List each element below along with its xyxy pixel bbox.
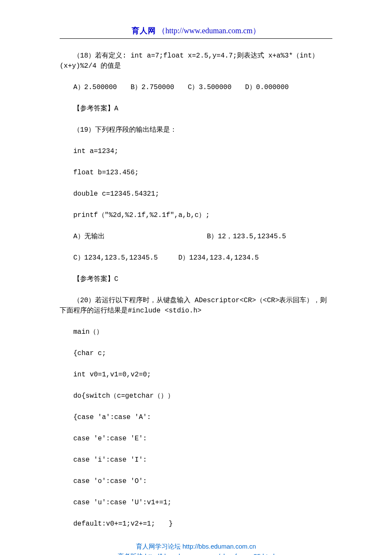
code-line-case-e: case ′e′:case ′E′:	[60, 434, 332, 444]
question-19-options-ab: A）无输出 B）12，123.5,12345.5	[60, 231, 332, 242]
code-line-default: default:v0+=1;v2+=1; }	[60, 519, 332, 529]
footer-forum-link: 育人网学习论坛 http://bbs.eduman.com.cn	[60, 542, 332, 552]
header-site-name: 育人网	[132, 26, 156, 35]
question-20: （20）若运行以下程序时，从键盘输入 ADescriptor<CR>（<CR>表…	[60, 295, 332, 316]
code-line-do-switch: do{switch（c=getchar（））	[60, 391, 332, 401]
code-line-char-c: {char c;	[60, 348, 332, 358]
question-19-answer: 【参考答案】C	[60, 274, 332, 284]
footer-section-link: 高考版块 http://bbs.eduman.com.cn/showforum-…	[60, 552, 332, 555]
question-18-answer: 【参考答案】A	[60, 104, 332, 114]
code-line-int-v: int v0=1,v1=0,v2=0;	[60, 370, 332, 380]
question-18-options: A）2.500000 B）2.750000 C）3.500000 D）0.000…	[60, 82, 332, 92]
question-19: （19）下列程序段的输出结果是：	[60, 125, 332, 135]
code-line-case-o: case ′o′:case ′O′:	[60, 476, 332, 486]
question-19-options-cd: C）1234,123.5,12345.5 D）1234,123.4,1234.5	[60, 253, 332, 263]
code-line-main: main（）	[60, 327, 332, 337]
header-url: （http://www.eduman.com.cm）	[158, 26, 260, 35]
code-line-double-c: double c=12345.54321;	[60, 189, 332, 199]
page-container: 育人网 （http://www.eduman.com.cm） （18）若有定义:…	[0, 0, 392, 555]
code-line-printf: printf（"%2d,%2.1f,%2.1f",a,b,c）;	[60, 210, 332, 220]
code-line-case-i: case ′i′:case ′I′:	[60, 455, 332, 465]
code-line-case-a: {case ′a′:case ′A′:	[60, 412, 332, 422]
question-18: （18）若有定义: int a=7;float x=2.5,y=4.7;则表达式…	[60, 51, 332, 71]
page-footer: 育人网学习论坛 http://bbs.eduman.com.cn 高考版块 ht…	[60, 542, 332, 555]
code-line-case-u: case ′u′:case ′U′:v1+=1;	[60, 497, 332, 508]
page-header: 育人网 （http://www.eduman.com.cm）	[60, 26, 332, 39]
code-line-float-b: float b=123.456;	[60, 168, 332, 178]
code-line-int-a: int a=1234;	[60, 146, 332, 156]
